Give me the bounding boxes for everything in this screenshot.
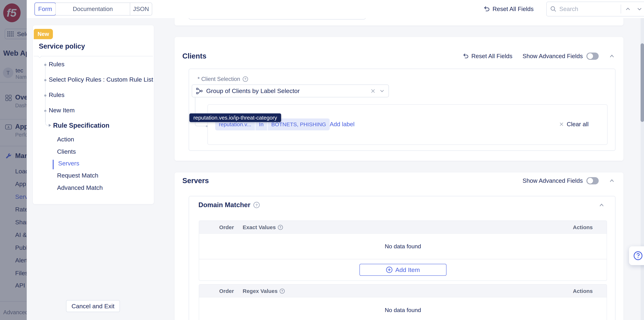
nav-item-rules-2[interactable]: Rules bbox=[49, 92, 64, 98]
tree-elbow-connector bbox=[45, 111, 49, 126]
clients-section-controls: Reset All Fields Show Advanced Fields bbox=[463, 52, 615, 60]
modal-header: Form Documentation JSON Reset All Fields bbox=[27, 0, 644, 18]
reset-all-fields-button[interactable]: Reset All Fields bbox=[484, 0, 534, 18]
clear-icon[interactable] bbox=[370, 88, 376, 94]
exact-values-table: Order Exact Values ? Actions No data fou… bbox=[199, 220, 607, 281]
selected-item-indicator bbox=[53, 160, 54, 170]
tree-bullet bbox=[44, 64, 46, 66]
page-title: Service policy bbox=[39, 42, 85, 50]
search-input[interactable] bbox=[559, 6, 618, 13]
regex-values-table-header: Order Regex Values ? Actions bbox=[199, 284, 607, 298]
collapse-chevron-icon[interactable] bbox=[598, 202, 605, 208]
divider bbox=[34, 56, 153, 56]
nav-item-select-policy-rules[interactable]: Select Policy Rules : Custom Rule List bbox=[49, 76, 153, 83]
reset-arrow-icon bbox=[484, 6, 490, 12]
exact-values-table-header: Order Exact Values ? Actions bbox=[199, 221, 607, 234]
tree-bullet bbox=[44, 94, 46, 96]
tab-form[interactable]: Form bbox=[34, 2, 56, 16]
client-selection-label-row: * Client Selection ? bbox=[198, 76, 248, 82]
nav-item-clients[interactable]: Clients bbox=[57, 148, 76, 155]
domain-matcher-title-row: Domain Matcher ? bbox=[198, 201, 260, 209]
column-regex-values-label: Regex Values bbox=[243, 288, 278, 294]
clients-reset-all-button[interactable]: Reset All Fields bbox=[463, 53, 512, 60]
label-selector-box: reputation.v... In BOTNETS, PHISHING Add… bbox=[208, 104, 608, 145]
servers-section-title: Servers bbox=[182, 176, 209, 185]
domain-matcher-box: Domain Matcher ? Order Exact Values ? Ac bbox=[189, 196, 616, 320]
nav-item-servers[interactable]: Servers bbox=[58, 160, 79, 167]
label-selector-icon bbox=[196, 88, 203, 95]
chevron-down-icon[interactable] bbox=[379, 88, 385, 94]
search-next-button[interactable] bbox=[635, 4, 644, 14]
help-circle-icon[interactable]: ? bbox=[242, 76, 248, 82]
column-exact-values: Exact Values ? bbox=[243, 221, 283, 234]
search-prev-button[interactable] bbox=[623, 4, 633, 14]
client-selection-dropdown[interactable]: Group of Clients by Label Selector bbox=[192, 84, 389, 97]
nav-item-advanced-match[interactable]: Advanced Match bbox=[57, 184, 103, 191]
plus-circle-icon bbox=[386, 266, 393, 273]
expand-arrow-icon bbox=[49, 124, 51, 127]
help-fab-button[interactable] bbox=[629, 246, 644, 265]
nav-item-rules-1[interactable]: Rules bbox=[49, 61, 64, 68]
help-circle-icon[interactable]: ? bbox=[278, 224, 283, 230]
help-circle-icon[interactable]: ? bbox=[253, 201, 260, 208]
panel-notch bbox=[38, 54, 42, 58]
column-regex-values: Regex Values ? bbox=[243, 284, 285, 298]
reset-arrow-icon bbox=[463, 53, 469, 59]
help-circle-icon bbox=[633, 251, 643, 261]
svg-text:?: ? bbox=[244, 78, 246, 81]
regex-values-table: Order Regex Values ? Actions No data fou… bbox=[199, 284, 607, 320]
tree-bullet bbox=[44, 79, 46, 81]
servers-section: Servers Show Advanced Fields Domain Matc… bbox=[174, 172, 624, 320]
column-actions: Actions bbox=[573, 221, 593, 234]
add-item-button[interactable]: Add Item bbox=[360, 264, 446, 276]
clients-advanced-toggle-label: Show Advanced Fields bbox=[522, 53, 583, 60]
clients-reset-all-label: Reset All Fields bbox=[472, 53, 512, 60]
clear-all-button[interactable]: Clear all bbox=[559, 121, 588, 128]
servers-section-controls: Show Advanced Fields bbox=[522, 176, 615, 185]
clients-section: Clients Reset All Fields Show Advanced F… bbox=[174, 37, 624, 161]
exact-values-empty-state: No data found bbox=[199, 234, 607, 259]
divider bbox=[621, 4, 621, 14]
nav-item-action[interactable]: Action bbox=[57, 136, 74, 143]
tab-documentation[interactable]: Documentation bbox=[56, 3, 130, 15]
nav-group-rule-specification[interactable]: Rule Specification bbox=[53, 122, 110, 129]
cancel-and-exit-button[interactable]: Cancel and Exit bbox=[66, 300, 120, 312]
add-label-link[interactable]: Add label bbox=[330, 121, 354, 128]
nav-item-new-item[interactable]: New Item bbox=[49, 107, 75, 114]
scrollbar-thumb[interactable] bbox=[640, 43, 644, 122]
column-order: Order bbox=[219, 284, 234, 298]
form-nav-panel: New Service policy Rules Select Policy R… bbox=[33, 25, 154, 204]
client-selection-box: * Client Selection ? Group of Clients by… bbox=[189, 68, 616, 151]
column-exact-values-label: Exact Values bbox=[243, 224, 276, 230]
exact-values-add-row: Add Item bbox=[199, 259, 607, 280]
search-icon bbox=[550, 6, 557, 12]
svg-text:?: ? bbox=[256, 203, 258, 207]
clients-advanced-toggle[interactable] bbox=[586, 52, 599, 60]
client-selection-value: Group of Clients by Label Selector bbox=[206, 88, 367, 94]
collapse-chevron-icon[interactable] bbox=[609, 178, 615, 184]
chevron-down-icon bbox=[637, 6, 642, 12]
close-icon bbox=[559, 122, 564, 127]
collapse-chevron-icon[interactable] bbox=[609, 53, 615, 59]
chevron-up-icon bbox=[625, 6, 631, 12]
search-box bbox=[546, 2, 644, 16]
client-selection-label: * Client Selection bbox=[198, 76, 240, 82]
reset-all-fields-label: Reset All Fields bbox=[492, 6, 534, 12]
status-badge: New bbox=[34, 29, 53, 39]
help-circle-icon[interactable]: ? bbox=[279, 288, 285, 294]
column-order: Order bbox=[219, 221, 234, 234]
app-root: f5 Sele Web Ap T tec Nam Ove Dashb bbox=[0, 0, 644, 320]
servers-advanced-toggle[interactable] bbox=[586, 177, 599, 184]
add-item-label: Add Item bbox=[395, 266, 420, 274]
domain-matcher-title: Domain Matcher bbox=[198, 201, 250, 209]
clear-all-label: Clear all bbox=[567, 121, 588, 128]
clients-section-title: Clients bbox=[182, 52, 206, 60]
view-tab-group: Form Documentation JSON bbox=[34, 2, 152, 16]
tab-json[interactable]: JSON bbox=[130, 3, 152, 15]
svg-text:?: ? bbox=[280, 226, 282, 229]
modal-scrim[interactable] bbox=[0, 0, 27, 320]
servers-advanced-toggle-label: Show Advanced Fields bbox=[522, 177, 583, 184]
regex-values-empty-state: No data found bbox=[199, 298, 607, 320]
nav-item-request-match[interactable]: Request Match bbox=[57, 172, 98, 179]
svg-text:?: ? bbox=[282, 290, 283, 293]
